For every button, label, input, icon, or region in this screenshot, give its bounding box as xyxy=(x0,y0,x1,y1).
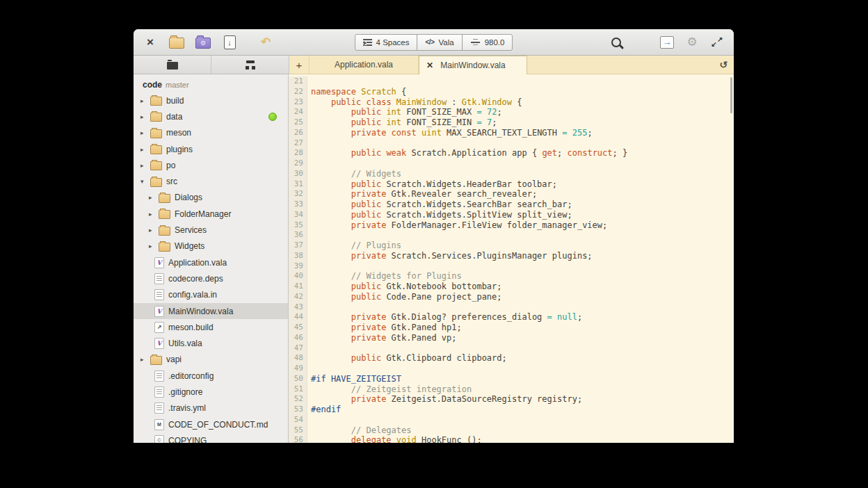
license-file-icon: © xyxy=(154,435,164,443)
history-button[interactable]: ↺ xyxy=(713,56,734,74)
tab-Application.vala[interactable]: Application.vala xyxy=(310,56,419,74)
tab-MainWindow.vala[interactable]: ✕MainWindow.vala xyxy=(419,56,527,74)
line-text: #if HAVE_ZEITGEIST xyxy=(307,374,401,384)
line-number: 23 xyxy=(289,97,307,108)
code-line-30: 30 // Widgets xyxy=(289,169,734,179)
tree-item-label: MainWindow.vala xyxy=(168,307,233,316)
indentation-button[interactable]: 4 Spaces xyxy=(355,34,418,51)
code-line-51: 51 // Zeitgeist integration xyxy=(289,384,734,395)
tree-item-FolderManager[interactable]: ▸FolderManager xyxy=(134,206,288,222)
tree-item-label: .travis.yml xyxy=(168,403,206,413)
line-number: 44 xyxy=(289,312,307,323)
files-icon xyxy=(167,62,178,70)
indent-icon xyxy=(363,38,372,46)
line-number: 53 xyxy=(289,405,307,415)
search-button[interactable] xyxy=(609,34,625,51)
tree-item-Utils.vala[interactable]: VUtils.vala xyxy=(134,335,288,351)
toolbar-left-group: × ⚙ ↓ ↶ xyxy=(142,34,264,51)
code-line-24: 24 public int FONT_SIZE_MAX = 72; xyxy=(289,107,734,117)
files-panel-button[interactable] xyxy=(134,56,211,74)
line-number: 42 xyxy=(289,292,307,302)
outline-panel-button[interactable] xyxy=(211,56,289,74)
editor-scrollbar[interactable] xyxy=(730,77,732,113)
tree-item-vapi[interactable]: ▸vapi xyxy=(134,352,288,368)
tree-item-meson[interactable]: ▸meson xyxy=(134,125,288,141)
expander-collapsed-icon[interactable]: ▸ xyxy=(149,243,159,250)
tab-row: + Application.vala✕MainWindow.vala ↺ xyxy=(134,56,734,74)
tree-item-build[interactable]: ▸build xyxy=(134,92,288,108)
tree-item-Dialogs[interactable]: ▸Dialogs xyxy=(134,190,288,206)
line-text: delegate void HookFunc (); xyxy=(307,435,482,443)
tree-item-data[interactable]: ▸data xyxy=(134,108,288,124)
tree-item-src[interactable]: ▾src xyxy=(134,173,288,189)
expander-collapsed-icon[interactable]: ▸ xyxy=(140,97,150,104)
tree-item-codecore.deps[interactable]: codecore.deps xyxy=(134,270,288,286)
line-text: public Scratch.Widgets.HeaderBar toolbar… xyxy=(307,179,557,190)
fullscreen-button[interactable]: ↗ ↙ xyxy=(709,34,725,51)
tree-item-MainWindow.vala[interactable]: VMainWindow.vala xyxy=(134,303,288,319)
folder-icon xyxy=(150,129,162,138)
line-text: private Gtk.Paned vp; xyxy=(307,333,457,343)
code-line-52: 52 private Zeitgeist.DataSourceRegistry … xyxy=(289,394,734,405)
share-button[interactable]: → xyxy=(659,34,675,51)
code-line-31: 31 public Scratch.Widgets.HeaderBar tool… xyxy=(289,179,734,190)
save-as-button[interactable]: ↓ xyxy=(221,34,238,51)
line-number: 47 xyxy=(289,343,307,354)
line-text: private const uint MAX_SEARCH_TEXT_LENGT… xyxy=(307,128,593,138)
tree-item-COPYING[interactable]: ©COPYING xyxy=(134,432,288,443)
expander-collapsed-icon[interactable]: ▸ xyxy=(149,211,159,218)
text-file-icon xyxy=(154,289,164,300)
project-header[interactable]: code master xyxy=(134,77,288,92)
expander-collapsed-icon[interactable]: ▸ xyxy=(140,113,150,120)
line-number: 48 xyxy=(289,353,307,364)
expander-collapsed-icon[interactable]: ▸ xyxy=(140,162,150,169)
tree-item-plugins[interactable]: ▸plugins xyxy=(134,141,288,157)
tree-item-label: COPYING xyxy=(168,436,207,443)
tree-item-.editorconfig[interactable]: .editorconfig xyxy=(134,368,288,384)
folder-icon xyxy=(159,194,170,203)
code-line-40: 40 // Widgets for Plugins xyxy=(289,271,734,282)
line-text xyxy=(307,343,311,354)
tree-item-label: Application.vala xyxy=(168,258,227,268)
line-number: 56 xyxy=(289,435,307,443)
tree-item-.travis.yml[interactable]: .travis.yml xyxy=(134,400,288,416)
tree-item-CODE_OF_CONDUCT.md[interactable]: MCODE_OF_CONDUCT.md xyxy=(134,416,288,432)
undo-button[interactable]: ↶ xyxy=(248,34,264,51)
close-window-button[interactable]: × xyxy=(142,34,159,51)
code-editor[interactable]: 2122namespace Scratch {23 public class M… xyxy=(289,74,734,443)
expander-collapsed-icon[interactable]: ▸ xyxy=(149,194,159,201)
language-button[interactable]: </> Vala xyxy=(417,34,463,51)
line-number: 49 xyxy=(289,364,307,374)
code-line-33: 33 public Scratch.Widgets.SearchBar sear… xyxy=(289,200,734,210)
new-tab-button[interactable]: + xyxy=(289,56,310,74)
code-line-34: 34 public Scratch.Widgets.SplitView spli… xyxy=(289,210,734,220)
tree-item-Application.vala[interactable]: VApplication.vala xyxy=(134,254,288,270)
line-number: 35 xyxy=(289,220,307,231)
expander-collapsed-icon[interactable]: ▸ xyxy=(140,356,150,363)
code-line-45: 45 private Gtk.Paned hp1; xyxy=(289,323,734,333)
line-number: 22 xyxy=(289,87,307,97)
fullscreen-icon: ↗ ↙ xyxy=(712,37,723,47)
expander-collapsed-icon[interactable]: ▸ xyxy=(140,129,150,136)
tree-item-po[interactable]: ▸po xyxy=(134,157,288,173)
settings-button[interactable]: ⚙ xyxy=(684,34,700,51)
tree-item-Services[interactable]: ▸Services xyxy=(134,222,288,238)
open-file-button[interactable] xyxy=(168,34,185,51)
expander-expanded-icon[interactable]: ▾ xyxy=(140,178,150,185)
tab-label: MainWindow.vala xyxy=(440,60,505,70)
tab-close-icon[interactable]: ✕ xyxy=(426,60,433,70)
folder-icon xyxy=(159,227,170,236)
tree-item-Widgets[interactable]: ▸Widgets xyxy=(134,238,288,254)
tree-item-config.vala.in[interactable]: config.vala.in xyxy=(134,287,288,303)
expander-collapsed-icon[interactable]: ▸ xyxy=(149,227,159,234)
code-line-48: 48 public Gtk.Clipboard clipboard; xyxy=(289,353,734,364)
expander-collapsed-icon[interactable]: ▸ xyxy=(140,146,150,153)
templates-button[interactable]: ⚙ xyxy=(195,34,211,51)
code-line-23: 23 public class MainWindow : Gtk.Window … xyxy=(289,97,734,108)
outline-icon xyxy=(246,60,255,70)
goto-line-button[interactable]: 980.0 xyxy=(462,34,513,51)
tree-item-.gitignore[interactable]: .gitignore xyxy=(134,384,288,400)
tree-item-meson.build[interactable]: ↗meson.build xyxy=(134,319,288,335)
status-badge xyxy=(268,113,277,121)
line-number: 50 xyxy=(289,374,307,384)
